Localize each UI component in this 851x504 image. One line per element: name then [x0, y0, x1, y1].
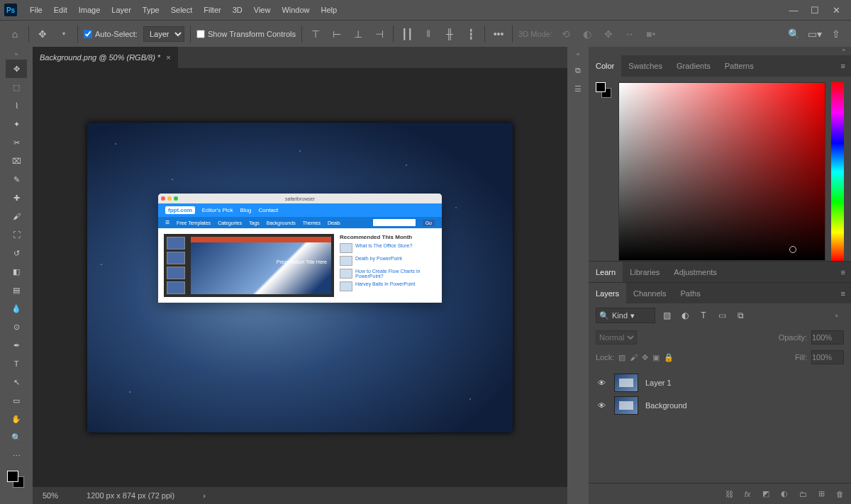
status-caret-icon[interactable]: ›	[203, 491, 206, 500]
edit-toolbar[interactable]: ⋯	[6, 447, 27, 465]
eyedropper-tool[interactable]: ✎	[6, 170, 27, 189]
filter-pixel-icon[interactable]: ▧	[660, 308, 674, 323]
tab-color[interactable]: Color	[589, 55, 621, 77]
delete-layer-icon[interactable]: 🗑	[834, 490, 845, 498]
layer-mask-icon[interactable]: ◩	[760, 489, 772, 498]
layer-item[interactable]: 👁 Layer 1	[589, 371, 851, 394]
canvas[interactable]: safaribrowser fppt.com Editor's Pick Blo…	[87, 123, 513, 432]
foreground-background-swatch[interactable]	[6, 469, 27, 491]
window-close[interactable]: ✕	[825, 5, 847, 16]
lasso-tool[interactable]: ⌇	[6, 96, 27, 115]
canvas-viewport[interactable]: safaribrowser fppt.com Editor's Pick Blo…	[33, 68, 567, 487]
color-field[interactable]	[618, 82, 825, 261]
show-transform-input[interactable]	[196, 30, 205, 38]
menu-type[interactable]: Type	[137, 0, 165, 20]
menu-window[interactable]: Window	[276, 0, 315, 20]
menu-select[interactable]: Select	[165, 0, 199, 20]
layer-panel-menu-icon[interactable]: ≡	[835, 289, 851, 298]
new-layer-icon[interactable]: ⊞	[816, 489, 827, 498]
home-button[interactable]: ⌂	[7, 26, 23, 42]
tab-swatches[interactable]: Swatches	[621, 55, 669, 77]
history-brush-tool[interactable]: ↺	[6, 244, 27, 262]
layer-thumb[interactable]	[614, 374, 638, 392]
eraser-tool[interactable]: ◧	[6, 262, 27, 281]
frame-tool[interactable]: ⌧	[6, 152, 27, 170]
tools-expand-icon[interactable]: »	[0, 51, 33, 60]
window-maximize[interactable]: ☐	[804, 5, 825, 16]
menu-file[interactable]: File	[24, 0, 48, 20]
show-transform-checkbox[interactable]: Show Transform Controls	[196, 30, 296, 38]
tab-gradients[interactable]: Gradients	[669, 55, 718, 77]
zoom-tool[interactable]: 🔍	[6, 428, 27, 447]
hue-slider[interactable]	[831, 82, 844, 261]
align-top-icon[interactable]: ⊤	[308, 26, 323, 42]
layer-name[interactable]: Layer 1	[645, 379, 672, 387]
color-cursor[interactable]	[789, 246, 796, 253]
dodge-tool[interactable]: ⊙	[6, 318, 27, 336]
mid-panel-menu-icon[interactable]: ≡	[835, 268, 851, 276]
tab-layers[interactable]: Layers	[589, 283, 626, 304]
menu-3d[interactable]: 3D	[227, 0, 248, 20]
layer-filter-kind[interactable]: 🔍 Kind ▾	[596, 308, 655, 323]
menu-view[interactable]: View	[248, 0, 277, 20]
path-select-tool[interactable]: ↖	[6, 373, 27, 391]
lock-artboard-icon[interactable]: ▣	[652, 353, 660, 362]
rectangle-tool[interactable]: ▭	[6, 391, 27, 410]
fill-input[interactable]	[811, 350, 844, 364]
menu-edit[interactable]: Edit	[48, 0, 73, 20]
layer-group-icon[interactable]: 🗀	[797, 490, 808, 498]
adjustment-layer-icon[interactable]: ◐	[779, 489, 790, 498]
layer-thumb[interactable]	[614, 396, 638, 415]
filter-smart-icon[interactable]: ⧉	[733, 308, 747, 323]
pen-tool[interactable]: ✒	[6, 336, 27, 354]
tool-dropdown-icon[interactable]: ▾	[56, 26, 72, 42]
hand-tool[interactable]: ✋	[6, 410, 27, 428]
tab-learn[interactable]: Learn	[589, 262, 623, 283]
lock-pixel-icon[interactable]: 🖌	[630, 353, 638, 362]
history-panel-icon[interactable]: ⧉	[570, 62, 586, 78]
auto-select-input[interactable]	[84, 30, 92, 38]
tab-adjustments[interactable]: Adjustments	[667, 262, 724, 283]
filter-adjust-icon[interactable]: ◐	[678, 308, 692, 323]
close-tab-icon[interactable]: ×	[166, 53, 170, 62]
healing-tool[interactable]: ✚	[6, 189, 27, 207]
menu-image[interactable]: Image	[73, 0, 106, 20]
zoom-level[interactable]: 50%	[43, 491, 58, 500]
move-tool[interactable]: ✥	[6, 60, 27, 78]
align-vcenter-icon[interactable]: ⊢	[329, 26, 345, 42]
align-left-icon[interactable]: ⊣	[372, 26, 387, 42]
opacity-input[interactable]	[811, 330, 844, 345]
filter-type-icon[interactable]: T	[696, 308, 711, 323]
layer-name[interactable]: Background	[645, 401, 687, 410]
distribute-center-icon[interactable]: ╫	[442, 26, 457, 42]
more-options-icon[interactable]: •••	[491, 26, 506, 42]
layer-visibility-icon[interactable]: 👁	[596, 401, 607, 410]
tab-libraries[interactable]: Libraries	[623, 262, 667, 283]
workspace-switcher-icon[interactable]: ▭▾	[807, 26, 823, 42]
tab-patterns[interactable]: Patterns	[718, 55, 761, 77]
properties-panel-icon[interactable]: ☰	[570, 81, 586, 96]
quick-select-tool[interactable]: ✦	[6, 115, 27, 133]
color-fg-bg-swatch[interactable]	[596, 82, 613, 99]
align-bottom-icon[interactable]: ⊥	[350, 26, 366, 42]
move-tool-icon[interactable]: ✥	[35, 26, 50, 42]
auto-select-checkbox[interactable]: Auto-Select:	[84, 30, 138, 38]
share-icon[interactable]: ⇧	[828, 26, 844, 42]
layer-item[interactable]: 👁 Background	[589, 394, 851, 417]
distribute-h-icon[interactable]: ┃┃	[399, 26, 415, 42]
panels-collapse-icon[interactable]: »	[589, 47, 851, 55]
menu-help[interactable]: Help	[316, 0, 343, 20]
blur-tool[interactable]: 💧	[6, 299, 27, 318]
color-panel-menu-icon[interactable]: ≡	[835, 62, 851, 70]
menu-layer[interactable]: Layer	[106, 0, 137, 20]
lock-all-icon[interactable]: 🔒	[664, 353, 674, 362]
menu-filter[interactable]: Filter	[198, 0, 226, 20]
crop-tool[interactable]: ✂	[6, 133, 27, 152]
blend-mode-select[interactable]: Normal	[596, 330, 637, 345]
layer-fx-icon[interactable]: fx	[742, 490, 753, 498]
stamp-tool[interactable]: ⛶	[6, 225, 27, 244]
distribute-spacing-icon[interactable]: ┇	[463, 26, 479, 42]
tab-channels[interactable]: Channels	[626, 283, 673, 304]
lock-trans-icon[interactable]: ▨	[618, 353, 625, 362]
search-icon[interactable]: 🔍	[786, 26, 801, 42]
